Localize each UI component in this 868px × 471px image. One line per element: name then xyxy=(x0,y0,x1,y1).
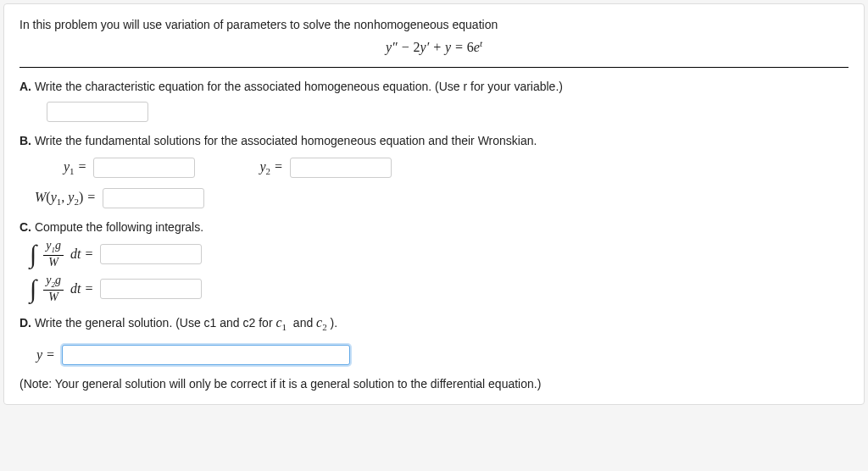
y2-input[interactable] xyxy=(290,158,392,178)
integral-icon: ∫ xyxy=(30,276,36,302)
divider-line xyxy=(19,67,849,68)
main-equation: y″ − 2y′ + y = 6et xyxy=(19,38,849,55)
note-text: (Note: Your general solution will only b… xyxy=(19,377,849,391)
part-d-label: D. xyxy=(19,316,31,330)
part-d-text: Write the general solution. (Use c1 and … xyxy=(35,316,337,330)
y1-label: y1 = xyxy=(64,159,86,176)
integral-2-input[interactable] xyxy=(100,279,202,299)
part-b: B. Write the fundamental solutions for t… xyxy=(19,134,849,208)
part-a: A. Write the characteristic equation for… xyxy=(19,80,849,122)
part-a-label: A. xyxy=(19,80,31,93)
wronskian-input[interactable] xyxy=(103,188,204,208)
wronskian-label: W(y1, y2) = xyxy=(35,190,96,207)
integral-1-fraction: y1g W xyxy=(43,239,64,269)
problem-container: In this problem you will use variation o… xyxy=(3,3,865,405)
part-a-input-row xyxy=(47,102,849,122)
part-a-text: Write the characteristic equation for th… xyxy=(35,80,563,93)
integral-1-row: ∫ y1g W dt = xyxy=(30,239,849,269)
part-c-text: Compute the following integrals. xyxy=(35,220,203,234)
integral-2-fraction: y2g W xyxy=(43,274,64,303)
part-d: D. Write the general solution. (Use c1 a… xyxy=(19,315,849,364)
part-c: C. Compute the following integrals. ∫ y1… xyxy=(19,220,849,303)
intro-text: In this problem you will use variation o… xyxy=(19,18,849,31)
part-d-input-row: y = xyxy=(36,345,849,365)
part-b-wronskian-row: W(y1, y2) = xyxy=(35,188,849,208)
part-b-y1y2-row: y1 = y2 = xyxy=(64,158,849,178)
y1-input[interactable] xyxy=(93,158,195,178)
part-c-label: C. xyxy=(19,220,31,234)
integral-2-row: ∫ y2g W dt = xyxy=(30,274,849,303)
dt-equals-2: dt = xyxy=(70,281,93,296)
part-b-label: B. xyxy=(19,134,31,147)
part-b-text: Write the fundamental solutions for the … xyxy=(35,134,537,147)
general-solution-input[interactable] xyxy=(62,345,350,365)
integral-icon: ∫ xyxy=(30,241,36,267)
integral-1-input[interactable] xyxy=(100,244,202,264)
characteristic-equation-input[interactable] xyxy=(47,102,148,122)
y2-label: y2 = xyxy=(259,159,282,176)
y-equals-label: y = xyxy=(36,347,55,363)
dt-equals-1: dt = xyxy=(70,247,93,262)
